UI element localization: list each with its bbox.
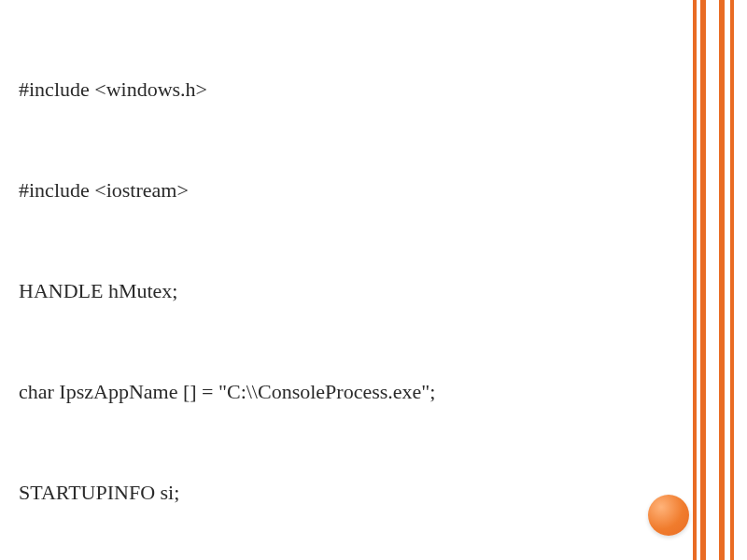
code-line: #include <windows.h> bbox=[19, 73, 672, 106]
accent-stripe bbox=[719, 0, 725, 560]
accent-stripe bbox=[693, 0, 697, 560]
code-line: #include <iostream> bbox=[19, 174, 672, 207]
accent-stripe bbox=[730, 0, 734, 560]
slide: #include <windows.h> #include <iostream>… bbox=[0, 0, 747, 560]
code-line: STARTUPINFO si; bbox=[19, 476, 672, 510]
sphere-icon bbox=[648, 495, 689, 536]
code-block: #include <windows.h> #include <iostream>… bbox=[19, 6, 672, 560]
code-line: char IpszAppName [] = "C:\\ConsoleProces… bbox=[19, 375, 672, 409]
code-line: HANDLE hMutex; bbox=[19, 274, 672, 308]
accent-stripe bbox=[700, 0, 706, 560]
